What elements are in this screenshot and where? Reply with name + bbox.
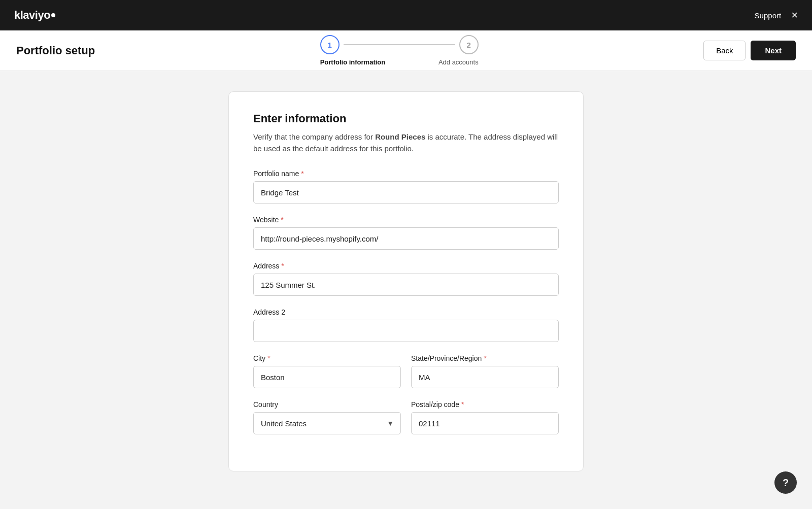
- logo-dot: [51, 13, 55, 17]
- topnav-right: Support ×: [755, 10, 798, 21]
- state-input[interactable]: [411, 366, 559, 388]
- address-label: Address *: [253, 262, 559, 270]
- stepper-labels: Portfolio information Add accounts: [320, 58, 479, 66]
- address2-group: Address 2: [253, 308, 559, 342]
- stepper-circles: 1 2: [320, 35, 479, 54]
- country-label: Country: [253, 400, 401, 409]
- page-title: Portfolio setup: [16, 44, 95, 57]
- step-2-circle: 2: [459, 35, 479, 54]
- postal-input[interactable]: [411, 412, 559, 434]
- header-bar: Portfolio setup 1 2 Portfolio informatio…: [0, 30, 812, 71]
- logo: klaviyo: [14, 9, 55, 22]
- country-group: Country United States Canada United King…: [253, 400, 401, 434]
- next-button[interactable]: Next: [751, 41, 796, 60]
- address2-label: Address 2: [253, 308, 559, 316]
- form-card: Enter information Verify that the compan…: [228, 91, 584, 471]
- card-desc-plain: Verify that the company address for: [253, 132, 375, 141]
- country-select-wrap: United States Canada United Kingdom Aust…: [253, 412, 401, 434]
- company-name: Round Pieces: [375, 132, 425, 141]
- logo-text: klaviyo: [14, 9, 50, 22]
- state-required: *: [484, 354, 486, 362]
- state-label: State/Province/Region *: [411, 354, 559, 362]
- city-state-row: City * State/Province/Region *: [253, 354, 559, 400]
- website-label: Website *: [253, 216, 559, 224]
- website-input[interactable]: [253, 227, 559, 250]
- city-input[interactable]: [253, 366, 401, 388]
- step-2-label: Add accounts: [438, 58, 479, 66]
- address-required: *: [281, 262, 284, 270]
- step-1-number: 1: [328, 41, 332, 49]
- city-required: *: [267, 354, 270, 362]
- back-button[interactable]: Back: [703, 41, 746, 60]
- step-2-number: 2: [467, 41, 471, 49]
- address-group: Address *: [253, 262, 559, 296]
- main-content: Enter information Verify that the compan…: [0, 71, 812, 502]
- portfolio-name-required: *: [301, 169, 303, 178]
- step-1-label: Portfolio information: [320, 58, 386, 66]
- postal-label: Postal/zip code *: [411, 400, 559, 409]
- close-button[interactable]: ×: [791, 10, 798, 21]
- card-description: Verify that the company address for Roun…: [253, 131, 559, 154]
- step-1-circle: 1: [320, 35, 340, 54]
- card-title: Enter information: [253, 112, 559, 125]
- website-required: *: [281, 216, 283, 224]
- address-input[interactable]: [253, 274, 559, 296]
- city-label: City *: [253, 354, 401, 362]
- help-button[interactable]: ?: [774, 471, 797, 494]
- postal-required: *: [461, 400, 464, 409]
- top-navigation: klaviyo Support ×: [0, 0, 812, 30]
- address2-input[interactable]: [253, 320, 559, 342]
- postal-group: Postal/zip code *: [411, 400, 559, 434]
- step-connector-line: [344, 44, 455, 45]
- support-link[interactable]: Support: [755, 11, 782, 20]
- country-postal-row: Country United States Canada United King…: [253, 400, 559, 447]
- stepper: 1 2 Portfolio information Add accounts: [320, 35, 479, 66]
- website-group: Website *: [253, 216, 559, 250]
- state-group: State/Province/Region *: [411, 354, 559, 388]
- city-group: City *: [253, 354, 401, 388]
- portfolio-name-input[interactable]: [253, 181, 559, 203]
- header-buttons: Back Next: [703, 41, 796, 60]
- country-select[interactable]: United States Canada United Kingdom Aust…: [253, 412, 401, 434]
- portfolio-name-label: Portfolio name *: [253, 169, 559, 178]
- portfolio-name-group: Portfolio name *: [253, 169, 559, 203]
